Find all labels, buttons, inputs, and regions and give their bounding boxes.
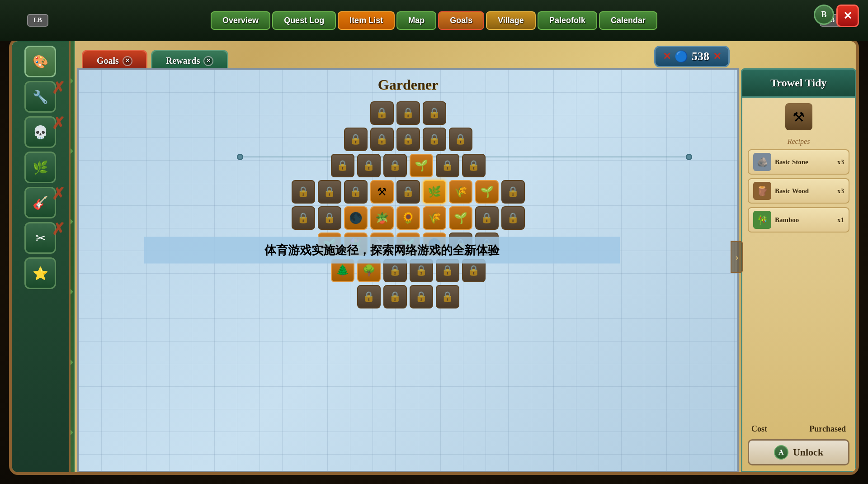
sidebar-icon-plant[interactable]: 🌿	[24, 152, 56, 183]
unlock-label: Unlock	[793, 446, 823, 458]
skill-cell[interactable]: 🔒	[436, 285, 459, 308]
main-content: 🎨 🔧 ✗ 💀 ✗ 🌿 🎸 ✗ ✂ ✗ ⭐ Goal	[9, 38, 859, 475]
nav-village[interactable]: Village	[486, 11, 536, 30]
skill-cell[interactable]: 🔒	[383, 154, 407, 177]
recipe-stone-icon: 🪨	[753, 153, 771, 171]
skill-cell[interactable]: 🔒	[331, 154, 354, 177]
skill-cell[interactable]: 🔒	[370, 101, 394, 125]
currency-x-right: ✕	[713, 51, 721, 62]
recipe-bamboo-count: x1	[837, 216, 844, 224]
skill-row-3: 🔒 🔒 🔒 🌱 🔒 🔒	[331, 154, 486, 177]
sidebar-icon-music[interactable]: 🎸	[24, 187, 56, 218]
purchased-label: Purchased	[809, 424, 846, 434]
skill-cell[interactable]: 🔒	[462, 154, 486, 177]
right-panel-title: Trowel Tidy	[750, 77, 848, 89]
trowel-symbol: ⚒	[793, 109, 805, 125]
recipe-stone: 🪨 Basic Stone x3	[748, 149, 849, 175]
tab-rewards-close[interactable]: ✕	[203, 56, 213, 66]
banner-text: 体育游戏实施途径，探索网络游戏的全新体验	[264, 244, 500, 257]
skill-row-5: 🔒 🔒 🌑 🪴 🌻 🌾 🌱 🔒 🔒	[292, 206, 525, 230]
right-arrow-nav[interactable]: ›	[731, 241, 743, 273]
tab-goals-close[interactable]: ✕	[123, 56, 132, 66]
recipe-bamboo-icon: 🎋	[753, 211, 771, 229]
sidebar-icon-scissors[interactable]: ✂	[24, 222, 56, 254]
tab-area: Goals ✕ Rewards ✕	[77, 41, 856, 71]
recipe-bamboo: 🎋 Bamboo x1	[748, 207, 849, 233]
tab-rewards[interactable]: Rewards ✕	[151, 50, 229, 71]
left-sidebar: 🎨 🔧 ✗ 💀 ✗ 🌿 🎸 ✗ ✂ ✗ ⭐	[12, 41, 71, 472]
skill-cell[interactable]: 🔒	[344, 180, 368, 204]
trowel-icon-large: ⚒	[785, 103, 812, 130]
skill-row-1: 🔒 🔒 🔒	[370, 101, 446, 125]
skill-cell[interactable]: 🔒	[475, 206, 499, 230]
tab-rewards-label: Rewards	[166, 56, 200, 66]
currency-x-left: ✕	[663, 51, 671, 62]
cost-purchased-row: Cost Purchased	[748, 422, 849, 436]
right-panel-body: ⚒ Recipes 🪨 Basic Stone x3 🪵 Basic Wood …	[741, 98, 856, 472]
sidebar-icon-skull[interactable]: 💀	[24, 116, 56, 148]
skill-cell[interactable]: 🔒	[344, 128, 368, 151]
sidebar-icon-star[interactable]: ⭐	[24, 257, 56, 289]
currency-amount: 538	[692, 50, 709, 63]
nav-quest-log[interactable]: Quest Log	[272, 11, 336, 30]
nav-item-list[interactable]: Item List	[338, 11, 395, 30]
sidebar-icon-tools[interactable]: 🔧	[24, 81, 56, 113]
skill-cell[interactable]: 🔒	[501, 206, 525, 230]
skill-cell[interactable]: 🔒	[436, 154, 459, 177]
skill-cell[interactable]: 🔒	[292, 206, 315, 230]
skill-cell-active[interactable]: 🌿	[423, 180, 446, 204]
lb-button[interactable]: LB	[27, 14, 48, 27]
top-navigation: LB Overview Quest Log Item List Map Goal…	[0, 0, 868, 41]
skill-cell[interactable]: 🔒	[292, 180, 315, 204]
skill-cell[interactable]: 🔒	[423, 128, 446, 151]
close-button[interactable]: ✕	[836, 5, 859, 27]
skill-cell-tool[interactable]: ⚒	[370, 180, 394, 204]
recipe-wood-name: Basic Wood	[775, 187, 834, 195]
skill-grid: 🔒 🔒 🔒 🔒 🔒 🔒 🔒 🔒 🔒 🔒 🔒 🌱 🔒 🔒	[292, 101, 525, 308]
skill-cell[interactable]: 🔒	[370, 128, 394, 151]
skill-cell[interactable]: 🔒	[383, 285, 407, 308]
nav-paleofolk[interactable]: Paleofolk	[538, 11, 597, 30]
skill-cell[interactable]: 🔒	[449, 128, 472, 151]
b-button[interactable]: B	[814, 5, 834, 25]
currency-icon: 🔵	[675, 50, 688, 63]
skill-cell[interactable]: 🔒	[357, 154, 381, 177]
recipe-bamboo-name: Bamboo	[775, 216, 834, 224]
recipe-wood-count: x3	[837, 187, 844, 195]
connector-dot-left	[237, 154, 243, 160]
nav-calendar[interactable]: Calendar	[599, 11, 657, 30]
skill-cell[interactable]: 🔒	[396, 180, 420, 204]
skill-cell-seeds[interactable]: 🌻	[396, 206, 420, 230]
recipe-wood-icon: 🪵	[753, 182, 771, 200]
skill-cell[interactable]: 🔒	[423, 101, 446, 125]
skill-cell-dirt[interactable]: 🌑	[344, 206, 368, 230]
tab-goals-label: Goals	[97, 56, 119, 66]
skill-cell[interactable]: 🔒	[501, 180, 525, 204]
right-panel: Trowel Tidy ⚒ Recipes 🪨 Basic Stone x3 🪵…	[741, 68, 856, 472]
skill-cell[interactable]: 🔒	[318, 180, 341, 204]
skill-cell-sprout2[interactable]: 🌱	[449, 206, 472, 230]
unlock-button[interactable]: A Unlock	[748, 439, 849, 465]
skill-cell-sprout[interactable]: 🌱	[475, 180, 499, 204]
skill-cell-plant[interactable]: 🌱	[410, 154, 433, 177]
skill-cell[interactable]: 🔒	[410, 285, 433, 308]
skill-row-2: 🔒 🔒 🔒 🔒 🔒	[344, 128, 472, 151]
connector-dot-right	[686, 154, 692, 160]
skill-cell-pile[interactable]: 🌾	[423, 206, 446, 230]
skill-cell[interactable]: 🔒	[396, 128, 420, 151]
sidebar-icon-palette[interactable]: 🎨	[24, 46, 56, 77]
skill-grid-area: Gardener 🔒 🔒 🔒 🔒 🔒 🔒 🔒 🔒	[77, 68, 739, 472]
skill-cell[interactable]: 🔒	[396, 101, 420, 125]
skill-row-4: 🔒 🔒 🔒 ⚒ 🔒 🌿 🌾 🌱 🔒	[292, 180, 525, 204]
nav-overview[interactable]: Overview	[211, 11, 270, 30]
skill-cell[interactable]: 🔒	[357, 285, 381, 308]
right-panel-header: Trowel Tidy	[741, 68, 856, 98]
skill-cell-unlocked[interactable]: 🌾	[449, 180, 472, 204]
skill-row-8: 🔒 🔒 🔒 🔒	[357, 285, 459, 308]
nav-goals[interactable]: Goals	[438, 11, 484, 30]
skill-cell-pot[interactable]: 🪴	[370, 206, 394, 230]
cost-label: Cost	[751, 424, 767, 434]
skill-cell[interactable]: 🔒	[318, 206, 341, 230]
nav-map[interactable]: Map	[396, 11, 436, 30]
tab-goals[interactable]: Goals ✕	[82, 50, 147, 71]
